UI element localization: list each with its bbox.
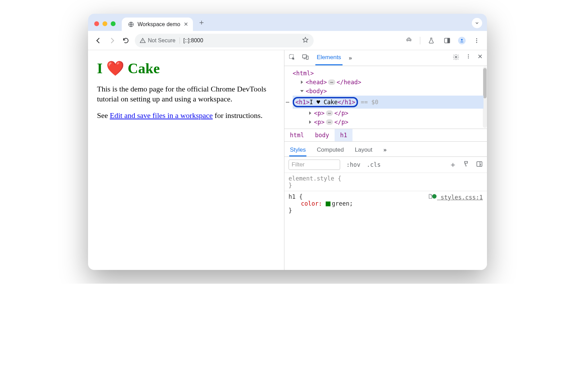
svg-rect-8 — [303, 55, 307, 58]
svg-point-3 — [461, 39, 463, 41]
source-link[interactable]: styles.css:1 — [427, 193, 483, 201]
new-style-rule-icon[interactable]: ＋ — [449, 160, 457, 170]
device-toggle-icon[interactable] — [302, 54, 309, 62]
svg-point-10 — [455, 56, 457, 58]
svg-point-15 — [432, 194, 437, 199]
crumb-body[interactable]: body — [310, 129, 335, 141]
browser-tab[interactable]: Workspace demo ✕ — [122, 18, 193, 31]
crumb-h1[interactable]: h1 — [335, 129, 352, 141]
svg-point-4 — [476, 38, 477, 39]
color-swatch[interactable] — [326, 202, 330, 206]
browser-window: Workspace demo ✕ ＋ Not Secure [::]:8000 — [88, 14, 487, 270]
extensions-icon[interactable] — [404, 36, 414, 45]
close-window-button[interactable] — [94, 21, 99, 26]
security-chip[interactable]: Not Secure — [140, 37, 180, 44]
inspect-icon[interactable] — [289, 54, 295, 62]
styles-toolbar: Filter :hov .cls ＋ — [284, 157, 487, 173]
highlighted-node: <h1>I ♥ Cake</h1> — [293, 97, 358, 107]
tab-overflow-button[interactable] — [472, 18, 482, 28]
devtools-tabstrip: Elements » — [284, 50, 487, 66]
kebab-menu-icon[interactable] — [472, 36, 481, 45]
ellipsis-icon[interactable]: ⋯ — [328, 79, 335, 85]
svg-point-11 — [468, 54, 469, 55]
devtools-kebab-icon[interactable] — [466, 54, 471, 62]
page-paragraph-2: See Edit and save files in a workspace f… — [97, 111, 275, 121]
labs-icon[interactable] — [426, 36, 436, 45]
tab-layout[interactable]: Layout — [354, 144, 373, 156]
svg-point-12 — [468, 56, 469, 57]
tab-title: Workspace demo — [138, 21, 180, 28]
hov-toggle[interactable]: :hov — [346, 161, 360, 168]
tutorial-link[interactable]: Edit and save files in a workspace — [110, 111, 213, 120]
globe-icon — [128, 21, 134, 28]
selected-dom-node[interactable]: <h1>I ♥ Cake</h1> == $0 — [293, 96, 484, 109]
tab-elements[interactable]: Elements — [315, 51, 343, 65]
tab-computed[interactable]: Computed — [316, 144, 344, 156]
brush-icon[interactable] — [463, 161, 470, 169]
toolbar-separator — [420, 37, 420, 44]
ellipsis-icon[interactable]: ⋯ — [326, 119, 333, 125]
page-paragraph-1: This is the demo page for the official C… — [97, 84, 275, 104]
new-tab-button[interactable]: ＋ — [193, 17, 211, 31]
gear-icon[interactable] — [453, 54, 459, 62]
maximize-window-button[interactable] — [111, 21, 116, 26]
styles-tabstrip: Styles Computed Layout » — [284, 142, 487, 157]
cls-toggle[interactable]: .cls — [367, 161, 381, 168]
crumb-html[interactable]: html — [284, 129, 310, 141]
sidepanel-icon[interactable] — [442, 36, 452, 45]
dom-breadcrumbs: html body h1 — [284, 129, 487, 142]
reload-button[interactable] — [121, 36, 131, 45]
tabs-overflow-icon[interactable]: » — [349, 55, 352, 62]
close-devtools-icon[interactable] — [477, 54, 483, 62]
styles-filter-input[interactable]: Filter — [289, 160, 340, 170]
styles-rules[interactable]: element.style { } styles.css:1 h1 { colo… — [284, 173, 487, 218]
address-bar[interactable]: Not Secure [::]:8000 — [135, 34, 314, 47]
svg-point-5 — [476, 40, 477, 41]
page-content: I ❤️ Cake This is the demo page for the … — [88, 50, 284, 270]
svg-point-6 — [476, 42, 477, 43]
svg-rect-14 — [477, 162, 482, 166]
profile-avatar[interactable] — [458, 37, 466, 44]
collapse-arrow-icon[interactable] — [300, 90, 304, 92]
tab-styles[interactable]: Styles — [289, 144, 306, 156]
svg-rect-2 — [448, 38, 450, 43]
minimize-window-button[interactable] — [102, 21, 107, 26]
forward-button[interactable] — [107, 36, 117, 45]
bookmark-star-icon[interactable] — [302, 36, 309, 45]
page-heading: I ❤️ Cake — [97, 60, 275, 77]
warning-icon — [140, 37, 146, 44]
close-tab-icon[interactable]: ✕ — [184, 21, 188, 28]
url-text: [::]:8000 — [183, 37, 203, 44]
back-button[interactable] — [94, 36, 103, 45]
browser-toolbar: Not Secure [::]:8000 — [88, 31, 487, 50]
expand-arrow-icon[interactable] — [309, 120, 311, 124]
computed-panel-icon[interactable] — [476, 161, 483, 169]
window-controls — [88, 21, 122, 31]
tab-strip: Workspace demo ✕ ＋ — [88, 14, 487, 31]
devtools-panel: Elements » <html> <head> ⋯ </head> <body… — [284, 50, 487, 270]
expand-arrow-icon[interactable] — [301, 80, 303, 84]
svg-point-13 — [468, 57, 469, 58]
styles-tabs-overflow-icon[interactable]: » — [383, 144, 387, 156]
ellipsis-icon[interactable]: ⋯ — [326, 110, 333, 116]
dom-tree[interactable]: <html> <head> ⋯ </head> <body> <h1>I ♥ C… — [284, 66, 487, 129]
expand-arrow-icon[interactable] — [309, 111, 311, 115]
